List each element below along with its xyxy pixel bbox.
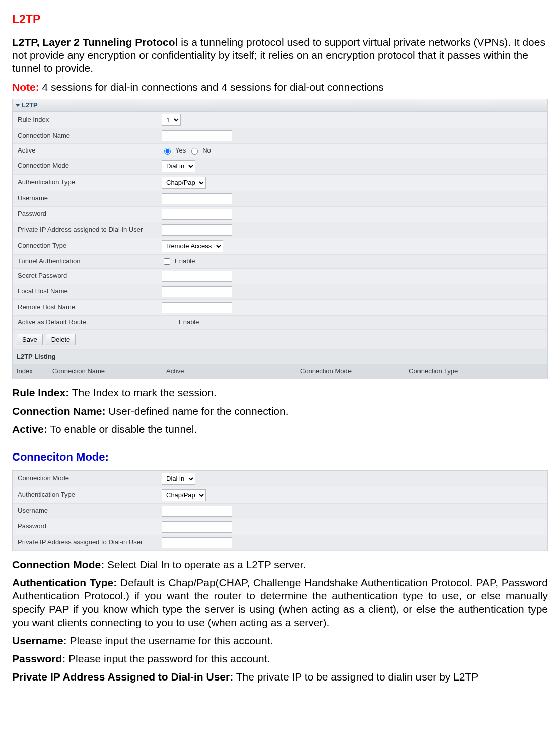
label2-connection-mode: Connection Mode (13, 472, 159, 485)
label-active: Active (13, 144, 159, 158)
label2-password: Password (13, 520, 159, 534)
row2-auth-type: Authentication Type Chap/Pap (13, 487, 547, 504)
label-connection-mode: Connection Mode (13, 159, 159, 173)
row2-password: Password (13, 519, 547, 535)
desc2-username: Username: Please input the username for … (12, 634, 548, 647)
listing-header: Index Connection Name Active Connection … (13, 364, 547, 379)
rule-index-select[interactable]: 1 (162, 114, 181, 126)
desc2-username-b: Username: (12, 635, 67, 646)
desc-active-b: Active: (12, 423, 47, 435)
secret-password-input[interactable] (162, 271, 232, 282)
section-heading-connection-mode: Conneciton Mode: (12, 450, 548, 464)
password-input-2[interactable] (162, 521, 232, 533)
username-input-2[interactable] (162, 506, 232, 517)
connection-mode-select[interactable]: Dial in (162, 160, 195, 172)
default-route-enable-label: Enable (179, 318, 199, 326)
note-label: Note: (12, 81, 39, 93)
button-row: Save Delete (13, 330, 547, 350)
delete-button[interactable]: Delete (46, 334, 76, 345)
local-host-input[interactable] (162, 286, 232, 297)
desc-rule-index-b: Rule Index: (12, 387, 69, 398)
intro-paragraph: L2TP, Layer 2 Tunneling Protocol is a tu… (12, 36, 548, 75)
desc2-password: Password: Please input the password for … (12, 652, 548, 665)
connection-mode-select-2[interactable]: Dial in (162, 473, 195, 485)
label2-username: Username (13, 504, 159, 518)
note-text: 4 sessions for dial-in connections and 4… (39, 81, 384, 93)
desc-active-t: To enable or disable the tunnel. (47, 423, 197, 435)
row-local-host: Local Host Name (13, 284, 547, 300)
label-rule-index: Rule Index (13, 113, 159, 127)
active-yes-radio[interactable] (164, 148, 171, 155)
l2tp-form-panel: L2TP Rule Index 1 Connection Name Active… (12, 99, 548, 380)
label-remote-host: Remote Host Name (13, 300, 159, 314)
desc-active: Active: To enable or disable the tunnel. (12, 423, 548, 436)
row-rule-index: Rule Index 1 (13, 112, 547, 128)
desc2-password-t: Please input the password for this accou… (65, 653, 270, 664)
desc2-auth-type: Authentication Type: Default is Chap/Pap… (12, 576, 548, 629)
desc2-password-b: Password: (12, 653, 65, 664)
row2-connection-mode: Connection Mode Dial in (13, 471, 547, 487)
chevron-down-icon (16, 104, 20, 107)
row-password: Password (13, 207, 547, 222)
desc2-connection-mode: Connection Mode: Select Dial In to opera… (12, 558, 548, 571)
row-tunnel-auth: Tunnel Authentication Enable (13, 255, 547, 269)
label2-auth-type: Authentication Type (13, 488, 159, 502)
row2-private-ip: Private IP Address assigned to Dial-in U… (13, 535, 547, 551)
desc-conn-name-b: Connection Name: (12, 405, 106, 417)
row-private-ip: Private IP Address assigned to Dial-in U… (13, 222, 547, 238)
row-default-route: Active as Default Route Enable (13, 316, 547, 330)
row-connection-mode: Connection Mode Dial in (13, 158, 547, 175)
section-heading-l2tp: L2TP (12, 12, 548, 27)
label2-private-ip: Private IP Address assigned to Dial-in U… (13, 536, 159, 549)
tunnel-auth-checkbox[interactable] (164, 258, 170, 265)
auth-type-select[interactable]: Chap/Pap (162, 177, 206, 189)
row-active: Active Yes No (13, 144, 547, 158)
private-ip-input[interactable] (162, 224, 232, 236)
row2-username: Username (13, 504, 547, 519)
connection-mode-panel: Connection Mode Dial in Authentication T… (12, 470, 548, 551)
label-connection-name: Connection Name (13, 129, 159, 143)
label-private-ip: Private IP Address assigned to Dial-in U… (13, 223, 159, 237)
row-remote-host: Remote Host Name (13, 300, 547, 316)
intro-bold: L2TP, Layer 2 Tunneling Protocol (12, 36, 178, 48)
save-button[interactable]: Save (17, 334, 43, 345)
label-secret-password: Secret Password (13, 269, 159, 283)
label-username: Username (13, 192, 159, 205)
col-mode: Connection Mode (296, 364, 405, 379)
desc-connection-name: Connection Name: User-defined name for t… (12, 405, 548, 418)
panel-title-text: L2TP (22, 101, 38, 109)
col-type: Connection Type (405, 364, 547, 379)
desc2-conn-mode-t: Select Dial In to operate as a L2TP serv… (104, 559, 306, 570)
label-connection-type: Connection Type (13, 239, 159, 253)
label-tunnel-auth: Tunnel Authentication (13, 255, 159, 268)
label-auth-type: Authentication Type (13, 176, 159, 189)
desc-conn-name-t: User-defined name for the connection. (106, 405, 289, 417)
desc-rule-index-t: The Index to mark the session. (69, 387, 217, 398)
connection-name-input[interactable] (162, 130, 232, 141)
remote-host-input[interactable] (162, 302, 232, 313)
label-default-route: Active as Default Route (13, 316, 159, 329)
label-local-host: Local Host Name (13, 285, 159, 298)
active-no-label: No (202, 146, 211, 155)
desc2-auth-type-b: Authentication Type: (12, 577, 117, 588)
row-auth-type: Authentication Type Chap/Pap (13, 175, 547, 191)
col-index: Index (13, 364, 48, 379)
col-active: Active (162, 364, 296, 379)
password-input[interactable] (162, 209, 232, 220)
listing-title: L2TP Listing (13, 350, 547, 364)
row-secret-password: Secret Password (13, 269, 547, 284)
active-yes-label: Yes (175, 146, 186, 155)
desc2-conn-mode-b: Connection Mode: (12, 559, 104, 570)
desc-rule-index: Rule Index: The Index to mark the sessio… (12, 386, 548, 399)
note-paragraph: Note: 4 sessions for dial-in connections… (12, 81, 548, 94)
desc2-private-ip: Private IP Address Assigned to Dial-in U… (12, 670, 548, 684)
desc2-priv-ip-t: The private IP to be assigned to dialin … (233, 671, 478, 683)
connection-type-select[interactable]: Remote Access (162, 240, 223, 252)
desc2-priv-ip-b: Private IP Address Assigned to Dial-in U… (12, 671, 233, 683)
label-password: Password (13, 207, 159, 221)
username-input[interactable] (162, 193, 232, 204)
private-ip-input-2[interactable] (162, 537, 232, 548)
active-no-radio[interactable] (191, 148, 198, 155)
desc2-username-t: Please input the username for this accou… (67, 635, 273, 646)
auth-type-select-2[interactable]: Chap/Pap (162, 489, 206, 501)
